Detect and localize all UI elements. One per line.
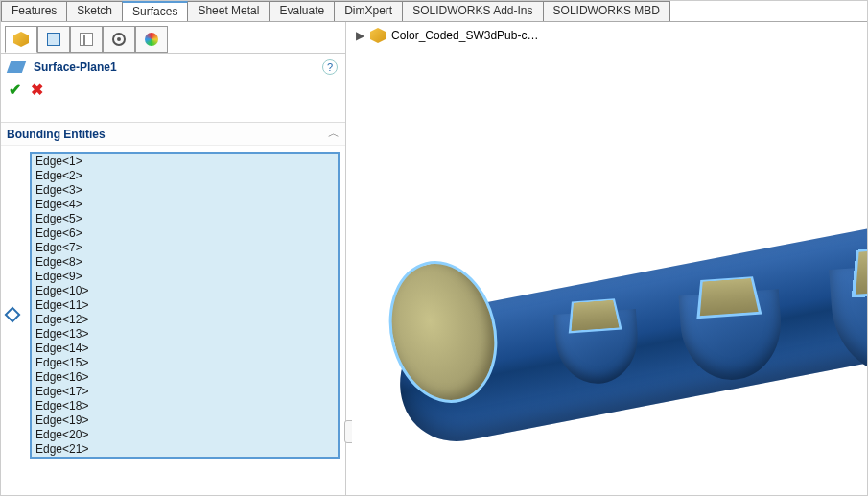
list-item[interactable]: Edge<3> [35, 183, 334, 198]
list-item[interactable]: Edge<16> [35, 370, 334, 385]
list-item[interactable]: Edge<17> [35, 385, 334, 399]
property-manager-panel: Surface-Plane1 ? ✔ ✖ Bounding Entities ︿… [1, 22, 346, 495]
section-title: Bounding Entities [7, 128, 106, 141]
pm-tab-sheet[interactable] [37, 26, 70, 53]
list-item[interactable]: Edge<1> [35, 154, 334, 169]
part-icon [370, 28, 386, 43]
list-item[interactable]: Edge<20> [35, 428, 334, 442]
help-icon[interactable]: ? [322, 59, 338, 75]
ok-button[interactable]: ✔ [9, 81, 21, 99]
list-item[interactable]: Edge<12> [35, 313, 334, 327]
model-branch-1 [552, 291, 641, 386]
tab-sketch[interactable]: Sketch [66, 1, 123, 21]
sheet-icon [47, 33, 60, 46]
pm-tab-strip [1, 22, 345, 54]
tab-surfaces[interactable]: Surfaces [122, 1, 188, 21]
list-item[interactable]: Edge<6> [35, 226, 334, 241]
list-item[interactable]: Edge<8> [35, 255, 334, 270]
list-item[interactable]: Edge<11> [35, 298, 334, 313]
section-body: Edge<1>Edge<2>Edge<3>Edge<4>Edge<5>Edge<… [1, 146, 345, 464]
pm-tab-tree[interactable] [70, 26, 103, 53]
breadcrumb-arrow-icon[interactable]: ▶ [356, 29, 364, 42]
chevron-up-icon: ︿ [328, 126, 340, 142]
command-manager-tabbar: FeaturesSketchSurfacesSheet MetalEvaluat… [1, 1, 867, 22]
target-icon [112, 33, 126, 46]
list-item[interactable]: Edge<4> [35, 198, 334, 212]
graphics-viewport[interactable]: ▶ Color_Coded_SW3dPub-c… [352, 22, 867, 495]
list-item[interactable]: Edge<10> [35, 284, 334, 298]
feature-header: Surface-Plane1 ? [1, 54, 345, 81]
list-item[interactable]: Edge<2> [35, 169, 334, 183]
list-item[interactable]: Edge<21> [35, 442, 334, 457]
breadcrumb-label[interactable]: Color_Coded_SW3dPub-c… [391, 29, 538, 42]
model-branch-2 [677, 267, 785, 383]
pm-actions: ✔ ✖ [1, 81, 345, 105]
workspace: Surface-Plane1 ? ✔ ✖ Bounding Entities ︿… [1, 22, 867, 495]
tree-icon [80, 33, 93, 46]
list-item[interactable]: Edge<13> [35, 327, 334, 342]
breadcrumb: ▶ Color_Coded_SW3dPub-c… [356, 28, 538, 43]
list-item[interactable]: Edge<7> [35, 241, 334, 255]
list-item[interactable]: Edge<15> [35, 356, 334, 370]
list-item[interactable]: Edge<14> [35, 342, 334, 356]
selection-filter-icon[interactable] [5, 307, 21, 323]
tab-dimxpert[interactable]: DimXpert [334, 1, 403, 21]
tab-features[interactable]: Features [1, 1, 67, 21]
bounding-entities-list[interactable]: Edge<1>Edge<2>Edge<3>Edge<4>Edge<5>Edge<… [30, 152, 340, 459]
surface-plane-icon [7, 61, 26, 73]
tab-solidworks-mbd[interactable]: SOLIDWORKS MBD [543, 1, 670, 21]
cube-icon [13, 32, 29, 47]
list-item[interactable]: Edge<18> [35, 399, 334, 413]
list-item[interactable]: Edge<5> [35, 212, 334, 226]
model-canvas[interactable] [352, 51, 867, 495]
tab-sheet-metal[interactable]: Sheet Metal [187, 1, 270, 21]
tab-evaluate[interactable]: Evaluate [269, 1, 335, 21]
pm-tab-cube[interactable] [5, 26, 37, 53]
tab-solidworks-add-ins[interactable]: SOLIDWORKS Add-Ins [402, 1, 543, 21]
pm-tab-target[interactable] [103, 26, 135, 53]
feature-name: Surface-Plane1 [34, 60, 117, 74]
cancel-button[interactable]: ✖ [31, 81, 43, 99]
sphere-icon [145, 33, 158, 46]
section-header-bounding-entities[interactable]: Bounding Entities ︿ [1, 122, 345, 146]
pm-tab-sphere[interactable] [135, 26, 168, 53]
list-item[interactable]: Edge<19> [35, 413, 334, 428]
list-item[interactable]: Edge<9> [35, 270, 334, 284]
